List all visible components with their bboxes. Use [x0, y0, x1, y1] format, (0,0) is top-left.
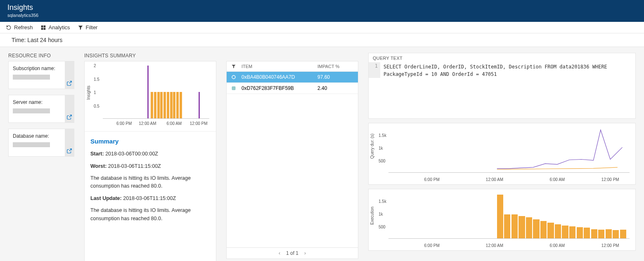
chart-bar [163, 92, 166, 118]
chart-y-tick: 1.5k [379, 133, 386, 137]
chart-y-tick: 1.5k [379, 199, 386, 203]
chart-line-series [497, 130, 623, 169]
item-table-body: 0xBA4B0B040746AA7D97.600xD762F283F7FBF59… [227, 72, 358, 247]
query-code[interactable]: 1 SELECT OrderLineID, OrderID, StockItem… [369, 62, 635, 80]
summary-start-label: Start: [90, 151, 104, 157]
chart-bar [584, 228, 590, 238]
chart-bar [157, 92, 160, 118]
summary-title: Summary [90, 136, 210, 146]
open-external-icon [66, 80, 72, 86]
page-subtitle: sqlanalytics356 [7, 13, 637, 18]
chart-y-tick: 1k [379, 146, 383, 150]
chart-bar [577, 227, 583, 238]
svg-rect-3 [43, 28, 45, 30]
pager-prev-button[interactable]: ‹ [279, 250, 280, 256]
row-impact: 97.60 [317, 74, 355, 80]
query-text-content: SELECT OrderLineID, OrderID, StockItemID… [380, 62, 632, 78]
chart-bar [598, 230, 604, 238]
pager-label: 1 of 1 [286, 250, 298, 256]
chart-bar [526, 217, 532, 238]
impact-column-header[interactable]: IMPACT % [317, 64, 355, 69]
open-external-button[interactable] [65, 61, 74, 89]
table-row[interactable]: 0xBA4B0B040746AA7D97.60 [227, 72, 358, 83]
page-header: Insights sqlanalytics356 [0, 0, 644, 22]
refresh-button[interactable]: Refresh [6, 24, 33, 31]
chart-x-tick: 6:00 AM [549, 243, 565, 248]
chart-bar [160, 92, 163, 118]
item-table-head: ITEM IMPACT % [227, 61, 358, 72]
svg-rect-0 [41, 25, 43, 27]
redacted-value [13, 108, 50, 113]
chart-x-tick: 6:00 PM [424, 243, 439, 248]
open-external-button[interactable] [65, 129, 74, 156]
chart-bar [591, 229, 597, 238]
chart-bar [547, 223, 554, 238]
chart-y-tick: 1 [94, 90, 96, 95]
query-line-number: 1 [369, 62, 380, 78]
pager-next-button[interactable]: › [304, 250, 306, 256]
chart-bar [562, 226, 568, 238]
chart-y-tick: 1k [379, 212, 383, 216]
chart-bar [497, 195, 503, 238]
item-table-filter-button[interactable] [230, 64, 237, 69]
filter-button[interactable]: Filter [78, 24, 98, 31]
resource-card: Subscription name: [8, 61, 74, 89]
chart-bar [606, 229, 612, 238]
toolbar: Refresh Analytics Filter [0, 22, 644, 33]
chart-bar [533, 219, 539, 238]
resource-card-label: Database name: [13, 133, 59, 139]
chart-bar [176, 92, 179, 118]
query-duration-chart[interactable]: Query dur. (s) 5001k1.5k6:00 PM12:00 AM6… [368, 123, 636, 185]
chart-bar [167, 92, 169, 118]
summary-start-value: 2018-03-06T00:00:00Z [105, 151, 158, 157]
refresh-icon [6, 25, 12, 31]
time-range-label: Time: Last 24 hours [12, 37, 62, 43]
chart-x-tick: 12:00 PM [601, 177, 619, 182]
filter-icon [78, 25, 83, 31]
chart-y-tick: 500 [379, 158, 386, 163]
column-item-table: . ITEM IMPACT % 0xBA4B0B040746AA7D97.600… [226, 53, 358, 259]
insights-mini-chart[interactable]: Insights 6:00 PM12:00 AM6:00 AM12:00 PM … [85, 61, 216, 132]
analytics-icon [40, 25, 46, 31]
insights-summary-body: Summary Start: 2018-03-06T00:00:00Z Wors… [85, 132, 216, 233]
chart-x-tick: 6:00 PM [116, 121, 132, 126]
execution-chart[interactable]: Execution 5001k1.5k6:00 PM12:00 AM6:00 A… [368, 189, 636, 251]
mini-chart-ylabel: Insights [86, 85, 91, 99]
row-status-icon [230, 86, 237, 91]
open-external-icon [66, 148, 72, 154]
item-column-header[interactable]: ITEM [237, 64, 317, 69]
filter-label: Filter [86, 24, 98, 31]
resource-card-label: Subscription name: [13, 66, 59, 71]
chart-bar [151, 92, 153, 118]
column-query: QUERY TEXT 1 SELECT OrderLineID, OrderID… [368, 53, 636, 251]
chart-bar [620, 230, 626, 238]
time-range-row[interactable]: Time: Last 24 hours [0, 33, 644, 47]
table-row[interactable]: 0xD762F283F7FBF59B2.40 [227, 83, 358, 94]
chart-bar [613, 230, 619, 238]
resource-info-header: RESOURCE INFO [8, 53, 74, 59]
query-text-header: QUERY TEXT [369, 53, 635, 62]
resource-card: Server name: [8, 95, 74, 123]
chart-bar [154, 92, 156, 118]
column-resource-info: RESOURCE INFO Subscription name:Server n… [8, 53, 74, 162]
chart-bar [569, 226, 575, 238]
open-external-button[interactable] [65, 95, 74, 122]
item-table-pager: ‹ 1 of 1 › [227, 247, 358, 259]
insights-summary-header: INSIGHTS SUMMARY [84, 53, 216, 59]
item-table-panel: ITEM IMPACT % 0xBA4B0B040746AA7D97.600xD… [226, 61, 358, 259]
summary-worst-value: 2018-03-06T11:15:00Z [108, 163, 161, 169]
chart-bar [511, 214, 518, 238]
resource-card-label: Server name: [13, 99, 59, 105]
main-content: RESOURCE INFO Subscription name:Server n… [0, 47, 644, 261]
chart-x-tick: 12:00 AM [486, 177, 503, 182]
chart-ylabel-execution: Execution [370, 207, 374, 225]
chart-y-tick: 2 [94, 63, 96, 68]
summary-worst-label: Worst: [90, 163, 107, 169]
row-impact: 2.40 [317, 85, 355, 91]
resource-card: Database name: [8, 129, 74, 157]
chart-x-tick: 12:00 AM [139, 121, 156, 126]
analytics-button[interactable]: Analytics [40, 24, 70, 31]
chart-y-tick: 1.5 [94, 77, 99, 81]
chart-y-tick: 500 [379, 224, 386, 229]
chart-bar [170, 92, 173, 118]
